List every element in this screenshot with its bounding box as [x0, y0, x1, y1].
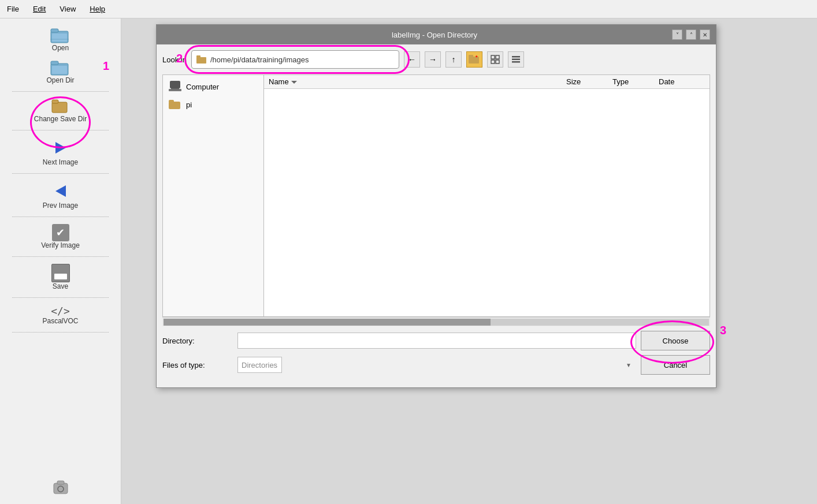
change-save-dir-icon	[51, 99, 70, 115]
svg-rect-26	[171, 88, 179, 89]
menu-file[interactable]: File	[5, 3, 21, 14]
nav-forward-button[interactable]: →	[425, 51, 441, 68]
sidebar-save-label: Save	[53, 282, 68, 290]
sidebar-item-verify-image[interactable]: ✔ Verify Image	[0, 222, 121, 252]
sidebar-item-open[interactable]: Open	[0, 24, 121, 54]
menu-help[interactable]: Help	[87, 3, 107, 14]
svg-rect-18	[496, 55, 499, 59]
files-panel: Name Size Type Date	[264, 75, 710, 316]
pascal-voc-icon: </>	[51, 305, 70, 317]
place-computer[interactable]: Computer	[163, 77, 263, 96]
sidebar-verify-image-label: Verify Image	[41, 241, 80, 249]
sidebar-item-pascal-voc[interactable]: </> PascalVOC	[0, 303, 121, 327]
place-pi[interactable]: pi	[163, 96, 263, 113]
camera-icon	[53, 480, 69, 496]
files-of-type-row: Files of type: Directories ▼ Cancel	[162, 355, 710, 375]
sidebar-pascal-voc-label: PascalVOC	[42, 317, 78, 325]
sidebar-divider-6	[12, 297, 109, 298]
lookin-row: Look in 2 /home/pi/data/training/	[162, 50, 710, 69]
sidebar-divider-3	[12, 173, 109, 174]
grid-view-icon	[491, 55, 500, 64]
sidebar-divider-2	[12, 130, 109, 130]
new-folder-button[interactable]: *	[466, 51, 482, 68]
svg-rect-5	[51, 61, 58, 65]
svg-rect-1	[51, 29, 58, 32]
sidebar-item-bottom[interactable]	[0, 477, 121, 498]
choose-button[interactable]: Choose	[641, 331, 710, 350]
scrollbar-track	[164, 319, 709, 326]
svg-rect-19	[491, 60, 495, 64]
svg-rect-2	[52, 33, 67, 42]
save-icon	[51, 264, 70, 282]
files-header: Name Size Type Date	[264, 75, 710, 89]
files-col-type: Type	[612, 77, 659, 86]
sidebar-divider-5	[12, 256, 109, 257]
place-pi-label: pi	[186, 100, 192, 109]
svg-rect-12	[196, 57, 206, 64]
dialog-minimize-button[interactable]: ˅	[672, 29, 682, 40]
sort-icon	[291, 79, 297, 85]
files-of-type-label: Files of type:	[162, 361, 237, 369]
sidebar-divider-1	[12, 91, 109, 92]
menu-view[interactable]: View	[57, 3, 78, 14]
sidebar-item-prev-image[interactable]: Prev Image	[0, 178, 121, 212]
svg-rect-7	[52, 102, 67, 113]
sidebar-change-save-dir-label: Change Save Dir	[34, 115, 87, 123]
files-col-size: Size	[566, 77, 612, 86]
svg-rect-10	[57, 481, 64, 484]
svg-rect-22	[512, 59, 520, 61]
content-area: labelImg - Open Directory ˅ ˄ ✕ Look in …	[121, 18, 817, 504]
verify-icon: ✔	[52, 224, 69, 241]
list-view-icon	[511, 55, 521, 64]
files-of-type-select[interactable]: Directories	[237, 357, 282, 373]
lookin-path-container: 2 /home/pi/data/training/images	[191, 50, 399, 69]
dialog-footer: Directory: 3 Choose Files of type:	[162, 326, 710, 382]
svg-rect-23	[512, 61, 520, 63]
lookin-path-display[interactable]: /home/pi/data/training/images	[191, 50, 399, 69]
svg-text:*: *	[476, 54, 478, 60]
annotation-1: 1	[103, 59, 109, 73]
directory-input[interactable]	[237, 333, 636, 349]
cancel-button[interactable]: Cancel	[641, 355, 710, 375]
file-browser: Computer pi	[162, 74, 710, 317]
nav-up-button[interactable]: ↑	[445, 51, 462, 68]
path-folder-icon	[196, 55, 207, 64]
sidebar-item-change-save-dir[interactable]: Change Save Dir	[0, 96, 121, 125]
pi-folder-icon	[169, 99, 181, 110]
open-dir-folder-icon	[50, 59, 71, 76]
svg-rect-13	[196, 55, 200, 58]
files-of-type-select-wrapper: Directories ▼	[237, 357, 636, 373]
next-image-arrow-icon	[55, 142, 66, 154]
nav-back-button[interactable]: ←	[404, 51, 420, 68]
menu-bar: File Edit View Help	[0, 0, 817, 18]
dialog-body: Look in 2 /home/pi/data/training/	[157, 44, 716, 387]
sidebar-divider-7	[12, 332, 109, 333]
dialog-title: labelImg - Open Directory	[197, 31, 672, 39]
files-col-name[interactable]: Name	[269, 77, 566, 86]
dialog-controls: ˅ ˄ ✕	[672, 29, 710, 40]
new-folder-icon: *	[469, 54, 480, 65]
view-grid-button[interactable]	[487, 51, 503, 68]
sidebar-prev-image-label: Prev Image	[43, 201, 78, 210]
menu-edit[interactable]: Edit	[31, 3, 48, 14]
dialog-close-button[interactable]: ✕	[700, 29, 710, 40]
select-arrow-icon: ▼	[626, 362, 632, 368]
directory-row: Directory: 3 Choose	[162, 331, 710, 350]
sidebar-open-label: Open	[52, 44, 69, 52]
svg-rect-17	[491, 55, 495, 59]
view-list-button[interactable]	[508, 51, 524, 68]
computer-icon	[169, 81, 181, 92]
open-folder-icon	[50, 27, 71, 44]
scrollbar-thumb[interactable]	[164, 319, 491, 326]
sidebar-item-next-image[interactable]: Next Image	[0, 135, 121, 169]
horizontal-scrollbar[interactable]	[162, 317, 710, 326]
place-computer-label: Computer	[186, 83, 219, 91]
sidebar-divider-4	[12, 216, 109, 217]
main-layout: Open 1 Open Dir Change Save Dir	[0, 18, 817, 504]
directory-label: Directory:	[162, 337, 237, 345]
dialog-maximize-button[interactable]: ˄	[686, 29, 696, 40]
sidebar-item-save[interactable]: Save	[0, 262, 121, 293]
files-col-date: Date	[659, 77, 705, 86]
places-panel: Computer pi	[163, 75, 264, 316]
svg-rect-21	[512, 56, 520, 58]
